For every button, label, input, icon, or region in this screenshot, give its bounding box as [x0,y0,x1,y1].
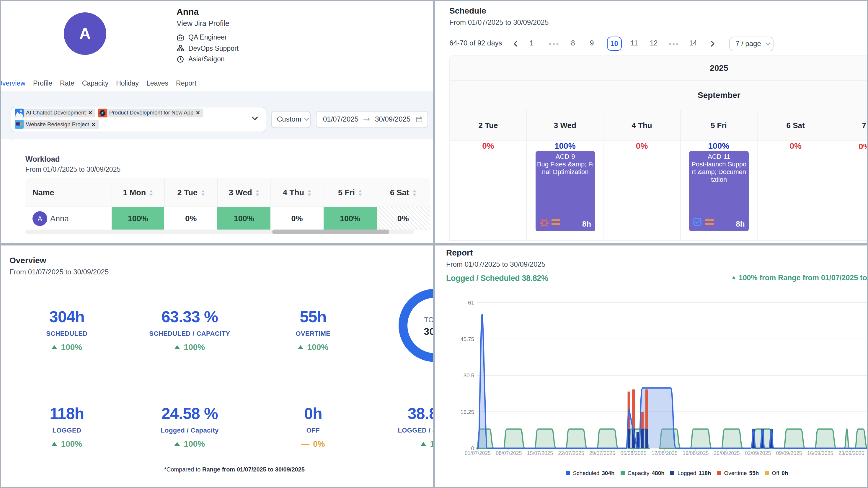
svg-text:08/07/2025: 08/07/2025 [496,450,522,456]
svg-text:61: 61 [468,299,474,305]
svg-text:TOTAL: TOTAL [424,316,434,323]
svg-text:05/08/2025: 05/08/2025 [620,450,646,456]
svg-text:02/09/2025: 02/09/2025 [745,450,771,456]
svg-text:26/08/2025: 26/08/2025 [714,450,740,456]
svg-text:304h: 304h [424,325,434,337]
svg-text:01/07/2025: 01/07/2025 [465,450,491,456]
svg-text:23/09/2025: 23/09/2025 [838,450,864,456]
svg-text:19/08/2025: 19/08/2025 [683,450,709,456]
svg-text:45.75: 45.75 [460,336,474,342]
svg-text:12/08/2025: 12/08/2025 [652,450,678,456]
svg-text:15/07/2025: 15/07/2025 [527,450,553,456]
svg-text:09/09/2025: 09/09/2025 [776,450,802,456]
svg-text:22/07/2025: 22/07/2025 [558,450,584,456]
svg-text:15.25: 15.25 [460,409,474,415]
svg-text:30.5: 30.5 [464,372,474,378]
svg-text:29/07/2025: 29/07/2025 [589,450,615,456]
svg-text:16/09/2025: 16/09/2025 [807,450,833,456]
